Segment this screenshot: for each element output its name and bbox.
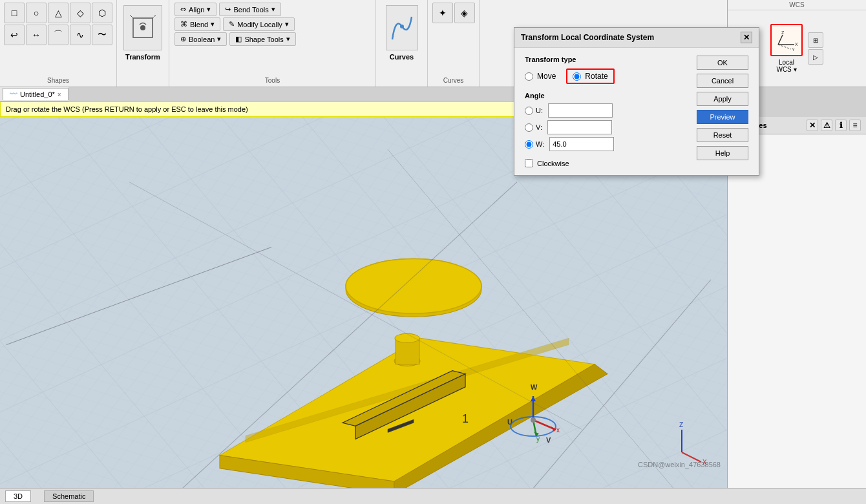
shapes-icons-row2: ↩ ↔ ⌒ ∿ 〜 (4, 25, 112, 45)
modify-locally-dropdown: ▾ (285, 20, 289, 28)
v-radio[interactable] (525, 123, 533, 132)
shape-tools-dropdown: ▾ (286, 35, 290, 43)
transform-icon[interactable] (123, 5, 162, 50)
shape-icon-8[interactable]: ⌒ (48, 25, 69, 45)
help-button[interactable]: Help (697, 146, 748, 160)
u-radio-item[interactable]: U: (525, 107, 543, 115)
tab-wave-icon: 〰 (10, 90, 17, 99)
shape-tools-button[interactable]: ◧ Shape Tools ▾ (229, 32, 295, 46)
wcs-local-icon[interactable]: X Z Y (770, 24, 803, 56)
blend-dropdown: ▾ (211, 20, 215, 28)
messages-icons-row: ✕ ⚠ ℹ ≡ (807, 120, 861, 131)
dialog-title-text: Transform Local Coordinate System (521, 33, 654, 42)
ok-button[interactable]: OK (697, 56, 748, 70)
reset-button[interactable]: Reset (697, 128, 748, 142)
wcs-icon-1[interactable]: ⊞ (808, 32, 823, 48)
w-radio[interactable] (525, 140, 533, 149)
svg-text:Y: Y (792, 47, 795, 52)
boolean-button[interactable]: ⊕ Boolean ▾ (174, 32, 227, 46)
curves-label: Curves (390, 53, 414, 61)
w-input[interactable] (549, 137, 614, 151)
shapes-label: Shapes (47, 76, 69, 84)
blend-button[interactable]: ⌘ Blend ▾ (174, 17, 220, 31)
dialog-title-bar: Transform Local Coordinate System ✕ (514, 28, 759, 48)
shape-icon-4[interactable]: ◇ (70, 3, 90, 23)
cancel-button[interactable]: Cancel (697, 74, 748, 88)
dialog-left-panel: Transform type Move Rotate Angle (525, 56, 686, 167)
schematic-view-tab[interactable]: Schematic (44, 490, 94, 502)
msg-info-icon[interactable]: ℹ (835, 120, 847, 131)
svg-text:x: x (556, 426, 560, 434)
shape-icon-5[interactable]: ⬡ (92, 3, 112, 23)
u-radio[interactable] (525, 107, 533, 115)
shapes-icons: □ ○ △ ◇ ⬡ (4, 3, 112, 23)
apply-button[interactable]: Apply (697, 92, 748, 106)
transform-type-label: Transform type (525, 56, 686, 63)
svg-line-7 (778, 45, 791, 49)
clockwise-row[interactable]: Clockwise (525, 159, 686, 167)
curves-section-label: Curves (443, 76, 464, 84)
bend-tools-dropdown: ▾ (271, 5, 275, 14)
bend-tools-label: Bend Tools (233, 6, 268, 14)
shape-icon-2[interactable]: ○ (26, 3, 47, 23)
rotate-radio-item[interactable]: Rotate (566, 68, 614, 84)
dialog-buttons: OK Cancel Apply Preview Reset Help (697, 56, 748, 167)
shape-icon-1[interactable]: □ (4, 3, 25, 23)
shape-icon-6[interactable]: ↩ (4, 25, 25, 45)
curves-icon[interactable] (386, 5, 418, 50)
align-label: Align (189, 6, 204, 14)
rotate-radio-label: Rotate (585, 72, 607, 81)
svg-point-23 (395, 333, 419, 342)
move-radio-item[interactable]: Move (525, 68, 556, 84)
v-angle-row: V: (525, 120, 686, 134)
shape-icon-7[interactable]: ↔ (26, 25, 47, 45)
shape-icon-9[interactable]: ∿ (70, 25, 90, 45)
modify-locally-label: Modify Locally (237, 21, 282, 28)
svg-text:Z: Z (781, 30, 785, 35)
preview-button[interactable]: Preview (697, 110, 748, 124)
msg-list-icon[interactable]: ≡ (849, 120, 861, 131)
wcs-icon-2[interactable]: ▷ (808, 49, 823, 65)
svg-marker-42 (531, 396, 536, 401)
misc-icons: ✦ ◈ (432, 3, 475, 23)
v-radio-item[interactable]: V: (525, 123, 542, 132)
modify-locally-button[interactable]: ✎ Modify Locally ▾ (223, 17, 295, 31)
clockwise-checkbox[interactable] (525, 159, 533, 167)
shapes-section: □ ○ △ ◇ ⬡ ↩ ↔ ⌒ ∿ 〜 Shapes (0, 0, 117, 87)
blend-icon: ⌘ (180, 20, 187, 28)
align-button[interactable]: ⇔ Align ▾ (174, 3, 216, 16)
u-angle-row: U: (525, 103, 686, 118)
svg-point-26 (346, 259, 481, 314)
instruction-text: Drag or rotate the WCS (Press RETURN to … (6, 105, 248, 113)
pick-points-icon[interactable]: ✦ (432, 3, 453, 23)
svg-text:W: W (531, 384, 538, 391)
tab-close-button[interactable]: × (58, 91, 61, 98)
rotate-radio[interactable] (573, 72, 581, 81)
tab-bar: 〰 Untitled_0* × (0, 87, 69, 101)
angle-section: Angle U: V: (525, 92, 686, 151)
svg-text:Z: Z (679, 421, 683, 428)
msg-warning-icon[interactable]: ⚠ (821, 120, 832, 131)
u-input[interactable] (548, 103, 613, 118)
msg-close-icon[interactable]: ✕ (807, 120, 818, 131)
boolean-dropdown: ▾ (217, 35, 221, 43)
bend-tools-button[interactable]: ↪ Bend Tools ▾ (219, 3, 280, 16)
svg-text:V: V (546, 436, 551, 444)
3d-view-tab[interactable]: 3D (5, 490, 31, 502)
v-input[interactable] (547, 120, 612, 134)
watermark: CSDN@weixin_47638568 (638, 461, 721, 468)
align-icon: ⇔ (180, 5, 186, 14)
svg-text:1: 1 (462, 412, 469, 425)
wcs-triad: W U V x y (501, 384, 565, 449)
shape-tools-label: Shape Tools (244, 36, 283, 43)
dialog-close-button[interactable]: ✕ (741, 32, 752, 43)
blend-label: Blend (190, 21, 208, 28)
misc-icon-2[interactable]: ◈ (454, 3, 475, 23)
shape-icon-10[interactable]: 〜 (92, 25, 112, 45)
document-tab[interactable]: 〰 Untitled_0* × (3, 88, 69, 100)
move-radio[interactable] (525, 72, 533, 81)
transform-type-radios: Move Rotate (525, 68, 686, 84)
w-radio-item[interactable]: W: (525, 140, 544, 149)
shape-icon-3[interactable]: △ (48, 3, 69, 23)
wcs-header: WCS (728, 0, 866, 10)
